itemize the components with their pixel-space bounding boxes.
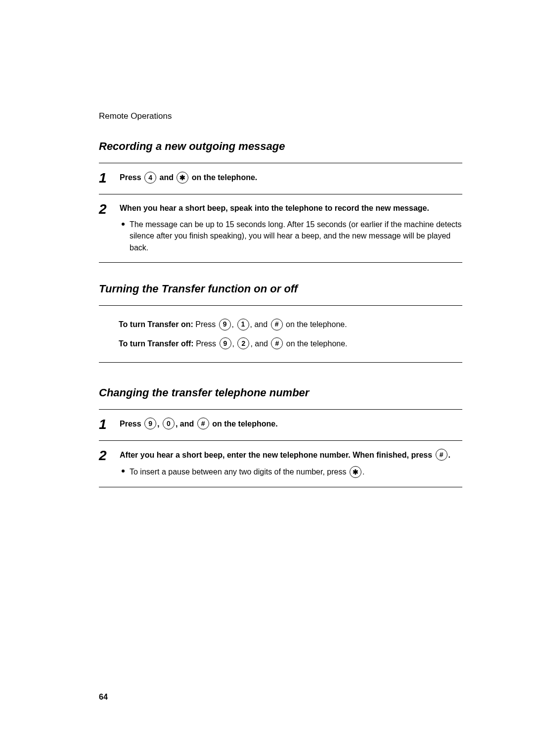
info-text: on the telephone. bbox=[284, 339, 347, 347]
info-text: , and bbox=[250, 320, 270, 328]
step-text: Press bbox=[120, 173, 143, 182]
page-number: 64 bbox=[99, 693, 108, 702]
step-text: , and bbox=[176, 420, 196, 428]
bullet-text-part: To insert a pause between any two digits… bbox=[130, 468, 349, 476]
key-9-icon: 9 bbox=[219, 319, 231, 331]
step-body: After you hear a short beep, enter the n… bbox=[120, 449, 462, 478]
step-number: 1 bbox=[99, 171, 117, 185]
info-label: To turn Transfer on: bbox=[119, 320, 193, 328]
bullet-icon bbox=[122, 470, 125, 472]
bullet-item: To insert a pause between any two digits… bbox=[120, 466, 462, 478]
info-text: , bbox=[232, 320, 236, 328]
step-text: on the telephone. bbox=[189, 173, 257, 182]
key-hash-icon: # bbox=[271, 319, 283, 331]
bullet-icon bbox=[122, 223, 125, 226]
step-number: 1 bbox=[99, 418, 117, 431]
step-text: When you hear a short beep, speak into t… bbox=[120, 204, 429, 212]
info-text: Press bbox=[194, 339, 219, 347]
section-header: Remote Operations bbox=[99, 111, 462, 121]
step-number: 2 bbox=[99, 449, 117, 463]
bullet-item: The message can be up to 15 seconds long… bbox=[120, 219, 462, 253]
step-text: Press bbox=[120, 420, 143, 428]
info-text: , bbox=[232, 339, 237, 347]
key-hash-icon: # bbox=[197, 418, 209, 429]
key-2-icon: 2 bbox=[237, 337, 249, 349]
info-line: To turn Transfer off: Press 9, 2, and # … bbox=[119, 334, 462, 353]
step-text: , bbox=[157, 420, 162, 428]
step-text: and bbox=[157, 173, 176, 182]
step-text: After you hear a short beep, enter the n… bbox=[120, 451, 435, 459]
step-block: 1 Press 4 and ✱ on the telephone. bbox=[99, 163, 462, 194]
step-body: Press 9, 0, and # on the telephone. bbox=[120, 418, 462, 430]
info-box: To turn Transfer on: Press 9, 1, and # o… bbox=[99, 305, 462, 363]
key-9-icon: 9 bbox=[220, 337, 231, 349]
info-label: To turn Transfer off: bbox=[119, 339, 194, 347]
bullet-text: To insert a pause between any two digits… bbox=[130, 466, 364, 478]
key-4-icon: 4 bbox=[144, 172, 156, 184]
info-text: , and bbox=[250, 339, 270, 347]
key-star-icon: ✱ bbox=[177, 172, 188, 184]
key-9-icon: 9 bbox=[144, 418, 156, 429]
heading-section1: Recording a new outgoing message bbox=[99, 140, 462, 153]
step-text: . bbox=[448, 451, 450, 459]
key-0-icon: 0 bbox=[163, 418, 175, 429]
key-hash-icon: # bbox=[436, 449, 447, 461]
step-block: 2 After you hear a short beep, enter the… bbox=[99, 440, 462, 488]
step-block: 2 When you hear a short beep, speak into… bbox=[99, 194, 462, 263]
step-block: 1 Press 9, 0, and # on the telephone. bbox=[99, 409, 462, 440]
page-content: Remote Operations Recording a new outgoi… bbox=[0, 0, 534, 756]
info-text: Press bbox=[193, 320, 218, 328]
key-hash-icon: # bbox=[271, 337, 283, 349]
info-text: on the telephone. bbox=[284, 320, 347, 328]
step-number: 2 bbox=[99, 202, 117, 216]
heading-section3: Changing the transfer telephone number bbox=[99, 386, 462, 399]
info-line: To turn Transfer on: Press 9, 1, and # o… bbox=[119, 315, 462, 334]
bullet-text: The message can be up to 15 seconds long… bbox=[130, 219, 462, 253]
key-1-icon: 1 bbox=[237, 319, 249, 331]
step-text: on the telephone. bbox=[210, 420, 278, 428]
bullet-text-part: . bbox=[362, 468, 364, 476]
step-body: When you hear a short beep, speak into t… bbox=[120, 202, 462, 253]
heading-section2: Turning the Transfer function on or off bbox=[99, 283, 462, 295]
key-star-icon: ✱ bbox=[350, 466, 361, 478]
step-body: Press 4 and ✱ on the telephone. bbox=[120, 171, 462, 184]
